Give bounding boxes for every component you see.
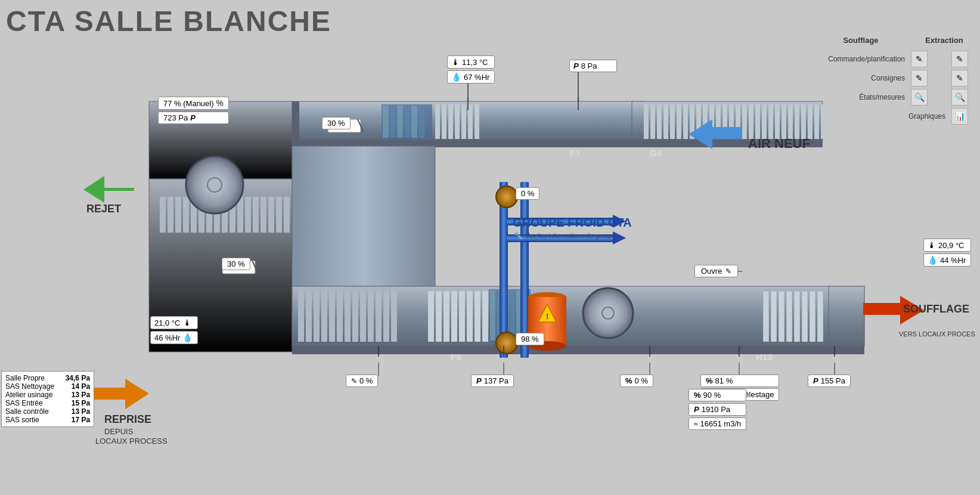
- panel-row-graphiques: Graphiques 📊: [810, 108, 968, 125]
- top-hum-box[interactable]: 💧 67 %Hr: [447, 70, 495, 83]
- commande-extraction-btn[interactable]: ✎: [951, 51, 968, 67]
- svg-rect-58: [245, 197, 251, 233]
- svg-rect-83: [475, 291, 480, 342]
- svg-rect-22: [663, 104, 668, 139]
- svg-rect-108: [520, 182, 529, 358]
- svg-rect-32: [729, 104, 734, 139]
- svg-rect-69: [337, 291, 343, 342]
- h13-pa-box[interactable]: P 155 Pa: [808, 375, 851, 387]
- svg-point-127: [528, 292, 566, 302]
- svg-rect-19: [644, 104, 649, 139]
- svg-rect-94: [497, 290, 502, 341]
- svg-rect-107: [500, 182, 508, 358]
- svg-rect-80: [451, 291, 457, 342]
- svg-rect-51: [191, 197, 197, 233]
- h13-pct-box[interactable]: % 81 %: [700, 375, 779, 387]
- air-neuf-label: AIR NEUF: [748, 136, 810, 151]
- svg-rect-15: [455, 104, 460, 139]
- reprise-temp-box[interactable]: 21,0 °C 🌡: [150, 316, 198, 329]
- top-temp-box[interactable]: 🌡 11,3 °C: [447, 55, 495, 69]
- svg-rect-95: [503, 290, 508, 341]
- load-pct-icon: %: [694, 391, 701, 400]
- svg-rect-55: [222, 197, 228, 233]
- table-row: Salle Propre 34,6 Pa: [5, 374, 90, 382]
- load-pa-box[interactable]: P 1910 Pa: [689, 403, 746, 416]
- svg-rect-102: [786, 291, 792, 342]
- h13-pa-group: P 155 Pa: [808, 375, 851, 387]
- svg-rect-1: [292, 140, 644, 147]
- valve2-pct-box[interactable]: 98 %: [516, 333, 544, 345]
- svg-rect-99: [763, 291, 769, 342]
- reprise-label: REPRISE: [104, 413, 151, 426]
- svg-rect-33: [736, 104, 740, 139]
- reprise-drop-icon: 💧: [182, 333, 193, 342]
- motor-pct-box[interactable]: % 0 %: [620, 375, 653, 387]
- svg-rect-43: [801, 104, 806, 139]
- svg-rect-52: [199, 197, 204, 233]
- reprise-hum-box[interactable]: 46 %Hr 💧: [150, 331, 198, 344]
- groupe-froid-sub[interactable]: 🔧 Voir les informations du groupe: [514, 231, 616, 240]
- svg-rect-91: [418, 106, 424, 138]
- svg-marker-134: [92, 379, 149, 409]
- svg-line-124: [593, 298, 623, 328]
- etats-label: États/mesures: [810, 93, 905, 101]
- pct-symbol-icon: %: [625, 376, 632, 385]
- svg-rect-79: [444, 291, 449, 342]
- h13-pct-icon: %: [706, 376, 713, 385]
- humidity-icon: 💧: [451, 72, 461, 82]
- svg-rect-100: [771, 291, 777, 342]
- svg-rect-85: [382, 104, 432, 139]
- svg-rect-24: [677, 104, 681, 139]
- svg-point-120: [207, 178, 222, 192]
- fan-pa-box[interactable]: 723 Pa P: [158, 112, 229, 124]
- damper1-pct-box[interactable]: 30 %: [322, 117, 351, 129]
- consignes-soufflage-btn[interactable]: ✎: [911, 70, 928, 86]
- load-pct-box[interactable]: % 90 %: [689, 389, 746, 401]
- svg-rect-40: [781, 104, 786, 139]
- svg-rect-7: [292, 179, 299, 352]
- svg-point-126: [602, 307, 614, 319]
- valve2-group: 98 %: [516, 333, 544, 345]
- svg-rect-25: [683, 104, 688, 139]
- bottom-filter-pct-box[interactable]: ✎ 0 %: [346, 375, 378, 387]
- svg-rect-87: [390, 106, 396, 138]
- soufflage-temp-box[interactable]: 🌡 20,9 °C: [923, 239, 971, 252]
- valve1-pct-box[interactable]: 0 %: [516, 187, 539, 200]
- panel-row-etats: États/mesures 🔍 🔍: [810, 89, 968, 106]
- page-title: CTA SALLE BLANCHE: [6, 5, 331, 38]
- etats-soufflage-btn[interactable]: 🔍: [911, 89, 928, 106]
- consignes-extraction-btn[interactable]: ✎: [951, 70, 968, 86]
- svg-rect-96: [510, 290, 515, 341]
- svg-rect-84: [482, 291, 488, 342]
- svg-rect-9: [292, 286, 864, 346]
- svg-line-125: [593, 298, 623, 328]
- p137-box[interactable]: P 137 Pa: [471, 375, 514, 387]
- svg-rect-17: [468, 104, 473, 139]
- svg-rect-20: [650, 104, 655, 139]
- graphiques-label: Graphiques: [850, 112, 945, 120]
- load-m3h-box[interactable]: ≈ 16651 m3/h: [689, 417, 746, 430]
- soufflage-hum-box[interactable]: 💧 44 %Hr: [923, 253, 971, 267]
- svg-rect-73: [368, 291, 374, 342]
- soufflage-drop-icon: 💧: [928, 255, 938, 265]
- svg-rect-49: [175, 197, 181, 233]
- svg-rect-36: [755, 104, 760, 139]
- pressure-table: Salle Propre 34,6 Pa SAS Nettoyage 14 Pa…: [1, 371, 94, 427]
- fan-pct-box[interactable]: 77 % (Manuel) %: [158, 97, 229, 110]
- svg-point-121: [583, 288, 633, 338]
- svg-rect-16: [461, 104, 466, 139]
- soufflage-thermo-icon: 🌡: [928, 240, 936, 250]
- slash-icon: ✎: [351, 377, 357, 385]
- table-row: SAS Entrée 15 Pa: [5, 399, 90, 407]
- commande-soufflage-btn[interactable]: ✎: [911, 51, 928, 67]
- h13-label: H13: [756, 352, 773, 362]
- etats-extraction-btn[interactable]: 🔍: [951, 89, 968, 106]
- svg-line-119: [198, 168, 231, 202]
- graphiques-soufflage-btn[interactable]: 📊: [951, 108, 968, 125]
- commande-label: Commande/planification: [810, 55, 905, 63]
- ouvre-button[interactable]: Ouvre ✎: [694, 265, 738, 277]
- p137-icon: P: [476, 376, 482, 385]
- damper2-pct-box[interactable]: 30 %: [222, 258, 250, 270]
- percent-icon: %: [216, 98, 224, 108]
- svg-rect-23: [670, 104, 675, 139]
